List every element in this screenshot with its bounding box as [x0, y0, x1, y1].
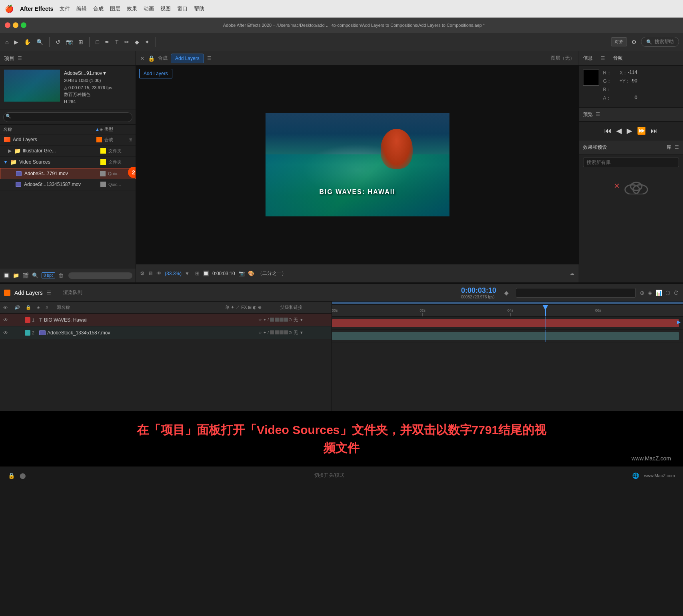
- add-layers-button[interactable]: Add Layers: [139, 69, 172, 78]
- comp-menu-icon[interactable]: ☰: [207, 56, 212, 61]
- track-bar-1[interactable]: [332, 319, 679, 327]
- lock-status-icon[interactable]: 🔒: [8, 472, 15, 479]
- pen-tool[interactable]: ✒: [104, 38, 111, 46]
- render-status-icon[interactable]: ⬤: [20, 472, 26, 479]
- effects-menu-icon[interactable]: ☰: [675, 144, 679, 150]
- project-search-input[interactable]: [3, 112, 132, 122]
- zoom-level[interactable]: (33.3%): [165, 271, 182, 276]
- timeline-layer-row[interactable]: 👁 1 T BIG WAVES: Hawaii ☆ ✦ /: [0, 314, 332, 326]
- menu-animation[interactable]: 动画: [144, 5, 154, 12]
- skip-forward-icon[interactable]: ⏭: [651, 127, 658, 135]
- skip-back-icon[interactable]: ⏮: [604, 127, 611, 135]
- track-bar-2[interactable]: [332, 332, 679, 340]
- zoom-dropdown-icon[interactable]: ▼: [185, 271, 190, 276]
- menu-layer[interactable]: 图层: [110, 5, 120, 12]
- project-menu-icon[interactable]: ☰: [18, 56, 22, 61]
- parent-dropdown-icon-2[interactable]: ▼: [300, 330, 304, 335]
- list-item[interactable]: Add Layers 合成 ⊞: [0, 134, 136, 146]
- list-item[interactable]: AdobeSt...7791.mov Quic... 2: [0, 168, 136, 179]
- resolution-icon[interactable]: 🖥: [148, 270, 153, 276]
- list-item[interactable]: ▶ 📁 Illustrator Gre... 文件夹: [0, 146, 136, 157]
- camera-icon[interactable]: 📷: [65, 38, 74, 46]
- hand-tool[interactable]: ✋: [23, 38, 32, 46]
- motion-blur-1[interactable]: /: [268, 318, 269, 322]
- folder-icon[interactable]: 📁: [13, 272, 19, 278]
- effect-icon-2[interactable]: ✦: [263, 330, 266, 335]
- step-back-icon[interactable]: ◀: [616, 126, 622, 135]
- align-button[interactable]: 对齐: [611, 37, 627, 46]
- region-icon[interactable]: 🔲: [203, 270, 209, 276]
- play-icon[interactable]: ▶: [627, 126, 632, 135]
- menu-effects[interactable]: 效果: [127, 5, 137, 12]
- motion-blur-icon[interactable]: ⊕: [640, 290, 645, 296]
- frame-blend-icon[interactable]: ◈: [648, 290, 652, 296]
- toggle-mode-label[interactable]: 切换开关/模式: [314, 472, 344, 479]
- search-help-input[interactable]: 搜索帮助: [655, 38, 674, 45]
- info-menu-icon[interactable]: ☰: [601, 56, 605, 61]
- video-layer-icon: [39, 330, 46, 335]
- list-item[interactable]: AdobeSt...133451587.mov Quic...: [0, 179, 136, 190]
- zoom-tool[interactable]: 🔍: [35, 38, 44, 46]
- sort-icon[interactable]: ▲: [95, 127, 100, 132]
- layer-visibility-1[interactable]: 👁: [3, 317, 10, 323]
- color-cycle-btn[interactable]: [68, 272, 132, 279]
- menu-compose[interactable]: 合成: [93, 5, 104, 12]
- preview-menu-icon[interactable]: ☰: [596, 112, 600, 117]
- render-icon[interactable]: ☁: [569, 270, 575, 276]
- comp-settings-icon[interactable]: ⚙: [140, 270, 145, 276]
- new-item-icon[interactable]: 🔲: [3, 272, 10, 278]
- menu-view[interactable]: 视图: [160, 5, 171, 12]
- draft-icon[interactable]: ⬡: [665, 290, 670, 296]
- comp-lock-icon[interactable]: 🔒: [148, 55, 155, 62]
- search-icon-bottom[interactable]: 🔍: [32, 272, 38, 278]
- track-arrow-1[interactable]: ▶: [677, 319, 681, 325]
- undo-icon[interactable]: ↺: [54, 38, 62, 46]
- render-queue-label[interactable]: 渲染队列: [63, 289, 82, 296]
- menu-window[interactable]: 窗口: [177, 5, 188, 12]
- list-item[interactable]: ▼ 📁 Video Sources 文件夹: [0, 157, 136, 168]
- effects-search-input[interactable]: [583, 158, 679, 167]
- color-swatch-icon[interactable]: 🎨: [248, 270, 254, 276]
- timeline-menu-icon[interactable]: ☰: [47, 290, 51, 296]
- menu-file[interactable]: 文件: [60, 5, 70, 12]
- solo-icon-2[interactable]: ☆: [258, 330, 262, 335]
- menu-help[interactable]: 帮助: [194, 5, 204, 12]
- solo-icon-1[interactable]: ☆: [258, 318, 262, 322]
- graph-editor-icon[interactable]: 📊: [655, 290, 662, 296]
- parent-dropdown-icon-1[interactable]: ▼: [300, 318, 304, 322]
- minimize-button[interactable]: [13, 22, 18, 28]
- comp-icon-bottom[interactable]: 🎬: [22, 272, 29, 278]
- menu-edit[interactable]: 编辑: [76, 5, 87, 12]
- collapse-icon[interactable]: ▼: [3, 159, 8, 165]
- brush-tool[interactable]: ✏: [123, 38, 130, 46]
- time-remap-icon[interactable]: ⏱: [673, 290, 679, 296]
- work-area-range[interactable]: [332, 302, 683, 304]
- home-icon[interactable]: ⌂: [4, 38, 10, 46]
- type-tool[interactable]: T: [114, 38, 120, 46]
- settings-icon[interactable]: ⚙: [630, 38, 638, 46]
- grid-icon[interactable]: ⊞: [77, 38, 84, 46]
- layer-visibility-2[interactable]: 👁: [3, 330, 10, 336]
- comp-tab[interactable]: Add Layers: [171, 54, 204, 63]
- keyframe-icon[interactable]: ◆: [504, 290, 509, 296]
- parent-value-2[interactable]: 无: [294, 330, 298, 336]
- maximize-button[interactable]: [21, 22, 26, 28]
- expand-icon[interactable]: ▶: [8, 148, 12, 154]
- timeline-search-input[interactable]: [516, 288, 636, 298]
- puppet-tool[interactable]: ✦: [144, 38, 151, 46]
- effect-icon-1[interactable]: ✦: [263, 318, 266, 322]
- grid-overlay-icon[interactable]: ⊞: [195, 270, 200, 276]
- close-button[interactable]: [5, 22, 10, 28]
- comp-close-icon[interactable]: ✕: [140, 55, 145, 62]
- stamp-tool[interactable]: ◆: [134, 38, 140, 46]
- preview-icon[interactable]: 👁: [156, 270, 162, 276]
- step-forward-icon[interactable]: ⏩: [637, 126, 646, 135]
- rect-tool[interactable]: □: [94, 38, 100, 46]
- delete-icon[interactable]: 🗑: [58, 272, 64, 278]
- select-tool[interactable]: ▶: [13, 38, 20, 46]
- motion-blur-2[interactable]: /: [268, 330, 269, 335]
- timeline-layer-row[interactable]: 👁 2 AdobeStock_133451587.mov ☆ ✦ /: [0, 326, 332, 339]
- apple-icon[interactable]: 🍎: [5, 4, 14, 13]
- parent-value-1[interactable]: 无: [294, 317, 298, 323]
- snapshot-icon[interactable]: 📷: [238, 270, 245, 276]
